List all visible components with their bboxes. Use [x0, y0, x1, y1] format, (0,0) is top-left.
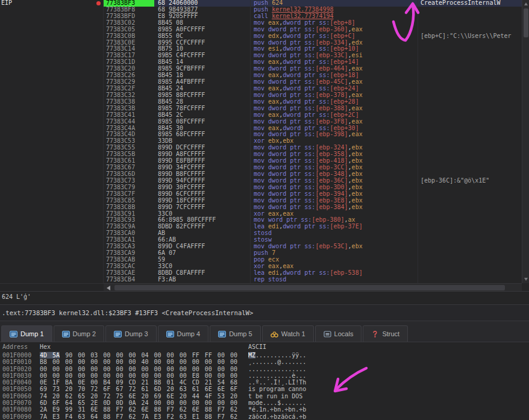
bytes-cell: 68 24060000: [154, 0, 251, 7]
tab-dump-1[interactable]: Dump 1: [1, 325, 52, 342]
disasm-row[interactable]: 77383C67899D 34FCFFFFmov dword ptr ss:[e…: [0, 165, 522, 171]
dump-row[interactable]: 001F005069 73 20 70 72 6F 67 72 61 6D 20…: [0, 386, 529, 392]
disasm-row[interactable]: 77383CAE8DBD C8FAFFFFlea edi,dword ptr s…: [0, 270, 522, 277]
dump-icon: [10, 330, 17, 338]
disasm-row[interactable]: 77383C0B8B55 0Cmov edx,dword ptr ss:[ebp…: [0, 33, 522, 40]
bytes-cell: 899D E8FBFFFF: [154, 158, 251, 165]
dump-row[interactable]: 001F00004D 5A 90 00 03 00 00 00 04 00 00…: [0, 352, 529, 359]
disasm-horizontal-scrollbar[interactable]: [104, 283, 522, 291]
disassembly-panel[interactable]: EIP77383BF368 24060000push 624CreateProc…: [0, 0, 522, 283]
dump-row[interactable]: 001F0010B8 00 00 00 00 00 00 00 40 00 00…: [0, 359, 529, 365]
disasm-row[interactable]: 77383C0E8995 CCFCFFFFmov dword ptr ss:[e…: [0, 40, 522, 46]
disasm-gutter: [0, 105, 104, 112]
disasm-row[interactable]: 77383C3B8985 78FCFFFFmov dword ptr ss:[e…: [0, 105, 522, 112]
address-cell: 77383CA0: [104, 230, 154, 237]
disasm-row[interactable]: 77383C298985 A4FBFFFFmov dword ptr ss:[e…: [0, 79, 522, 86]
tab-watch-1[interactable]: Watch 1: [262, 325, 314, 342]
tab-locals[interactable]: Locals: [315, 325, 362, 342]
dump-rows[interactable]: 001F00004D 5A 90 00 03 00 00 00 04 00 00…: [0, 352, 529, 420]
disasm-row[interactable]: 77383C1789B5 C4FCFFFFmov dword ptr ss:[e…: [0, 52, 522, 59]
disasm-row[interactable]: 77383C79899D 30FCFFFFmov dword ptr ss:[e…: [0, 184, 522, 191]
disasm-row[interactable]: 77383C058985 A0FCFFFFmov dword ptr ss:[e…: [0, 27, 522, 33]
tab-dump-2[interactable]: Dump 2: [54, 325, 105, 342]
disasm-row[interactable]: 77383C73899D 94FCFFFFmov dword ptr ss:[e…: [0, 178, 522, 184]
disasm-row[interactable]: 77383CAB59pop ecx: [0, 257, 522, 263]
dump-hex-cell: 6D 6F 64 65 2E 0D 0D 0A 24 00 00 00 00 0…: [40, 400, 248, 406]
dump-row[interactable]: 001F003000 00 00 00 00 00 00 00 00 00 00…: [0, 372, 529, 379]
dump-icon: [114, 330, 122, 338]
scroll-up-arrow-icon[interactable]: [524, 2, 528, 5]
disasm-row[interactable]: 77383CAC33C0xor eax,eax: [0, 263, 522, 270]
breakpoint-icon[interactable]: [96, 1, 101, 5]
dump-ascii-cell: MZ..........ÿÿ..: [248, 352, 529, 359]
disasm-row[interactable]: 77383CA166:ABstosw: [0, 237, 522, 243]
disasm-row[interactable]: 77383C328985 88FCFFFFmov dword ptr ss:[e…: [0, 92, 522, 99]
horizontal-scrollbar-thumb[interactable]: [114, 285, 505, 290]
tab-label: Dump 2: [73, 330, 96, 337]
disasm-row[interactable]: 77383C148B75 10mov esi,dword ptr ss:[ebp…: [0, 46, 522, 52]
disasm-row[interactable]: 77383C5B899D A8FCFFFFmov dword ptr ss:[e…: [0, 151, 522, 158]
disasm-row[interactable]: 77383CA96A 07push 7: [0, 250, 522, 257]
disasm-row[interactable]: 77383C448985 08FCFFFFmov dword ptr ss:[e…: [0, 119, 522, 125]
dump-address-cell: 001F0050: [0, 386, 40, 392]
dump-hex-cell: 00 00 00 00 00 00 00 00 00 00 00 00 00 0…: [40, 366, 248, 372]
scroll-down-arrow-icon[interactable]: [524, 278, 528, 281]
watch-icon: [271, 330, 278, 338]
comment-cell: [418, 27, 522, 33]
dump-row[interactable]: 001F00907A E3 F4 63 64 88 F7 62 7A E3 F2…: [0, 413, 529, 420]
dump-icon: [218, 330, 226, 338]
disasm-row[interactable]: 77383CB4F3:ABrep stosd: [0, 277, 522, 283]
tab-struct[interactable]: Struct: [363, 325, 408, 342]
tab-label: Dump 5: [229, 330, 252, 337]
tab-label: Dump 4: [177, 330, 201, 337]
address-cell: 77383C7F: [104, 191, 154, 198]
instruction-cell: mov eax,dword ptr ss:[ebp+2C]: [251, 112, 418, 119]
dump-row[interactable]: 001F00706D 6F 64 65 2E 0D 0D 0A 24 00 00…: [0, 400, 529, 406]
disasm-row[interactable]: 77383C9366:8985 80FCFFFFmov word ptr ss:…: [0, 217, 522, 224]
address-cell: 77383BF8: [104, 7, 154, 13]
tab-label: Locals: [334, 330, 354, 337]
disasm-row[interactable]: 77383BFDE8 9205FFFFcall kernel32.7737419…: [0, 13, 522, 20]
disasm-row[interactable]: 77383C028B45 08mov eax,dword ptr ss:[ebp…: [0, 20, 522, 27]
disasm-row[interactable]: 77383C85899D 18FCFFFFmov dword ptr ss:[e…: [0, 198, 522, 204]
disasm-row[interactable]: 77383C5333DBxor ebx,ebx: [0, 138, 522, 145]
disasm-gutter: [0, 178, 104, 184]
instruction-cell: mov dword ptr ss:[ebp-53C],ebx: [251, 243, 418, 250]
disasm-row[interactable]: 77383C4A8B45 30mov eax,dword ptr ss:[ebp…: [0, 125, 522, 132]
tab-dump-3[interactable]: Dump 3: [105, 325, 157, 342]
tab-dump-4[interactable]: Dump 4: [158, 325, 209, 342]
instruction-cell: stosw: [251, 237, 418, 243]
disasm-row[interactable]: 77383BF868 98493877push kernel32.7738499…: [0, 7, 522, 13]
bytes-cell: 8985 A0FCFFFF: [154, 27, 251, 33]
scroll-left-arrow-icon[interactable]: [107, 286, 110, 290]
disasm-row[interactable]: 77383C2F8B45 24mov eax,dword ptr ss:[ebp…: [0, 86, 522, 92]
disasm-row[interactable]: 77383CA3899D C4FAFFFFmov dword ptr ss:[e…: [0, 243, 522, 250]
disasm-gutter: [0, 40, 104, 46]
disasm-row[interactable]: EIP77383BF368 24060000push 624CreateProc…: [0, 0, 522, 7]
disasm-row[interactable]: 77383C9A8DBD 82FCFFFFlea edi,dword ptr s…: [0, 224, 522, 230]
dump-row[interactable]: 001F00802A E9 99 31 6E 88 F7 62 6E 88 F7…: [0, 406, 529, 413]
disasm-row[interactable]: 77383C388B45 28mov eax,dword ptr ss:[ebp…: [0, 99, 522, 105]
address-cell: 77383C4A: [104, 125, 154, 132]
comment-cell: [418, 270, 522, 277]
disasm-row[interactable]: 77383CA0ABstosd: [0, 230, 522, 237]
disasm-row[interactable]: 77383C9133C0xor eax,eax: [0, 211, 522, 218]
disasm-row[interactable]: 77383C55899D DCFCFFFFmov dword ptr ss:[e…: [0, 145, 522, 151]
disasm-row[interactable]: 77383C61899D E8FBFFFFmov dword ptr ss:[e…: [0, 158, 522, 165]
tab-dump-5[interactable]: Dump 5: [210, 325, 261, 342]
disasm-row[interactable]: 77383C8B899D 7CFCFFFFmov dword ptr ss:[e…: [0, 204, 522, 211]
disasm-row[interactable]: 77383C4D8985 68FCFFFFmov dword ptr ss:[e…: [0, 131, 522, 138]
disasm-vertical-scrollbar[interactable]: [522, 0, 529, 283]
address-cell: 77383C3B: [104, 105, 154, 112]
disasm-row[interactable]: 77383C7F899D 6CFCFFFFmov dword ptr ss:[e…: [0, 191, 522, 198]
instruction-cell: mov word ptr ss:[ebp-380],ax: [251, 217, 418, 224]
disasm-row[interactable]: 77383C1D8B45 14mov eax,dword ptr ss:[ebp…: [0, 59, 522, 66]
disasm-row[interactable]: 77383C6D899D B8FCFFFFmov dword ptr ss:[e…: [0, 171, 522, 178]
dump-row[interactable]: 001F006074 20 62 65 20 72 75 6E 20 69 6E…: [0, 393, 529, 400]
disasm-row[interactable]: 77383C268B45 18mov eax,dword ptr ss:[ebp…: [0, 72, 522, 79]
disasm-row[interactable]: 77383C418B45 2Cmov eax,dword ptr ss:[ebp…: [0, 112, 522, 119]
vertical-scrollbar-thumb[interactable]: [524, 8, 528, 37]
dump-row[interactable]: 001F002000 00 00 00 00 00 00 00 00 00 00…: [0, 366, 529, 372]
dump-row[interactable]: 001F00400E 1F BA 0E 00 B4 09 CD 21 B8 01…: [0, 379, 529, 386]
disasm-row[interactable]: 77383C208985 9CFBFFFFmov dword ptr ss:[e…: [0, 66, 522, 72]
